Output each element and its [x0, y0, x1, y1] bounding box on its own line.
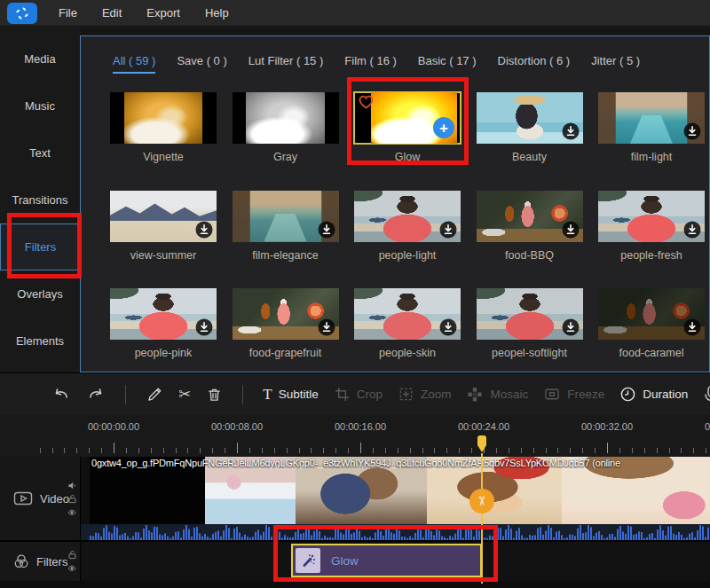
ruler-tick — [176, 448, 177, 453]
apply-filter-plus-button[interactable]: + — [433, 117, 454, 138]
microphone-button[interactable] — [703, 385, 710, 404]
download-icon[interactable] — [195, 221, 213, 239]
mosaic-icon — [466, 386, 484, 404]
filter-item-vignette[interactable]: Vignette — [110, 92, 217, 163]
edit-pencil-button[interactable] — [146, 386, 163, 404]
download-icon[interactable] — [562, 122, 580, 140]
filter-thumbnail-people-light[interactable] — [354, 191, 461, 242]
duration-button[interactable]: Duration — [619, 386, 688, 403]
scissors-button[interactable]: ✂ — [178, 387, 191, 402]
filter-thumbnail-vignette[interactable] — [110, 92, 217, 144]
timeline-ruler[interactable]: 00:00:00.0000:00:08.0000:00:16.0000:00:2… — [0, 415, 710, 457]
ruler-tick — [410, 448, 411, 453]
filter-item-peopel-softlight[interactable]: peopel-softlight — [477, 288, 583, 359]
tab-lut[interactable]: Lut Filter ( 15 ) — [248, 54, 324, 74]
download-icon[interactable] — [683, 318, 701, 336]
sidebar-item-filters[interactable]: Filters — [0, 223, 80, 270]
sidebar-item-media[interactable]: Media — [0, 35, 80, 82]
filter-thumbnail-peopel-softlight[interactable] — [477, 288, 583, 340]
menu-help[interactable]: Help — [193, 6, 241, 20]
sidebar-item-elements[interactable]: Elements — [0, 318, 80, 365]
filter-item-gray[interactable]: Gray — [233, 92, 339, 163]
tab-save[interactable]: Save ( 0 ) — [177, 54, 226, 74]
filter-item-beauty[interactable]: Beauty — [477, 92, 583, 163]
filter-thumbnail-food-caramel[interactable] — [598, 288, 705, 340]
filter-thumbnail-film-elegance[interactable] — [233, 191, 339, 242]
playhead-handle[interactable] — [476, 435, 488, 453]
filter-thumbnail-gray[interactable] — [233, 92, 339, 144]
filter-item-food-bbq[interactable]: food-BBQ — [477, 191, 583, 262]
app-logo-icon[interactable] — [7, 3, 37, 24]
subtitle-icon: T — [263, 387, 272, 402]
sidebar-item-music[interactable]: Music — [0, 82, 80, 129]
ruler-tick — [52, 448, 53, 453]
tab-distortion[interactable]: Distortion ( 6 ) — [498, 54, 571, 74]
track-volume-icon[interactable] — [67, 481, 77, 490]
download-icon[interactable] — [195, 318, 213, 336]
download-icon[interactable] — [318, 318, 335, 336]
tab-jitter[interactable]: Jitter ( 5 ) — [591, 54, 640, 74]
download-icon[interactable] — [683, 122, 701, 140]
subtitle-button[interactable]: TSubtitle — [263, 387, 318, 402]
ruler-tick — [398, 448, 398, 453]
sidebar-item-text[interactable]: Text — [0, 129, 80, 176]
filter-thumbnail-view-summer[interactable] — [110, 191, 217, 242]
download-icon[interactable] — [439, 221, 457, 239]
glow-filter-clip[interactable]: Glow — [291, 544, 482, 577]
track-lock-icon[interactable] — [67, 550, 77, 560]
sidebar: MediaMusicTextTransitionsFiltersOverlays… — [0, 27, 80, 372]
tab-all[interactable]: All ( 59 ) — [113, 54, 155, 74]
filter-thumbnail-food-bbq[interactable] — [477, 191, 583, 242]
track-visibility-icon[interactable] — [67, 563, 77, 573]
filter-item-film-elegance[interactable]: film-elegance — [233, 191, 339, 262]
filter-thumbnail-food-grapefruit[interactable] — [233, 288, 339, 340]
filter-item-view-summer[interactable]: view-summer — [110, 191, 217, 262]
menu-export[interactable]: Export — [134, 6, 193, 20]
download-icon[interactable] — [683, 221, 701, 239]
playhead-line[interactable] — [481, 453, 483, 584]
download-icon[interactable] — [439, 318, 457, 336]
redo-button[interactable] — [86, 386, 106, 404]
trash-button[interactable] — [206, 386, 223, 404]
crop-icon — [334, 386, 351, 403]
filter-thumbnail-people-skin[interactable] — [354, 288, 461, 340]
filter-item-glow[interactable]: +Glow — [354, 92, 461, 163]
filter-item-people-fresh[interactable]: people-fresh — [598, 191, 705, 262]
ruler-tick — [163, 448, 164, 453]
filter-thumbnail-beauty[interactable] — [477, 92, 583, 144]
download-icon[interactable] — [562, 221, 580, 239]
download-icon[interactable] — [562, 318, 580, 336]
track-lock-icon[interactable] — [67, 494, 77, 504]
ruler-tick — [557, 448, 558, 453]
filter-thumbnail-people-fresh[interactable] — [598, 191, 705, 242]
filter-item-people-pink[interactable]: people-pink — [110, 288, 217, 359]
download-icon[interactable] — [318, 221, 335, 239]
menu-file[interactable]: File — [46, 6, 90, 20]
split-scissors-button[interactable]: ✂ — [469, 489, 494, 514]
filter-name-label: people-fresh — [598, 249, 705, 262]
tab-film[interactable]: Film ( 16 ) — [344, 54, 397, 74]
filter-category-tabs: All ( 59 )Save ( 0 )Lut Filter ( 15 )Fil… — [113, 54, 640, 74]
ruler-tick — [706, 448, 706, 453]
filter-thumbnail-film-light[interactable] — [598, 92, 705, 144]
zoom-button: Zoom — [398, 386, 452, 403]
duration-icon — [619, 386, 636, 403]
sidebar-item-transitions[interactable]: Transitions — [0, 176, 80, 223]
sidebar-item-overlays[interactable]: Overlays — [0, 270, 80, 318]
favorite-heart-icon[interactable] — [357, 93, 375, 110]
tab-basic[interactable]: Basic ( 17 ) — [418, 54, 477, 74]
ruler-tick — [212, 448, 213, 453]
ruler-tick — [287, 448, 288, 453]
ruler-tick — [335, 448, 336, 453]
track-visibility-icon[interactable] — [67, 507, 77, 517]
ruler-tick — [360, 443, 361, 453]
filter-item-people-skin[interactable]: people-skin — [354, 288, 461, 359]
menu-edit[interactable]: Edit — [90, 6, 134, 20]
filter-item-film-light[interactable]: film-light — [598, 92, 705, 163]
filter-thumbnail-people-pink[interactable] — [110, 288, 217, 340]
undo-button[interactable] — [51, 386, 71, 404]
filter-thumbnail-glow[interactable]: + — [354, 92, 461, 144]
filter-item-food-caramel[interactable]: food-caramel — [598, 288, 705, 359]
filter-item-people-light[interactable]: people-light — [354, 191, 461, 262]
filter-item-food-grapefruit[interactable]: food-grapefruit — [233, 288, 339, 359]
